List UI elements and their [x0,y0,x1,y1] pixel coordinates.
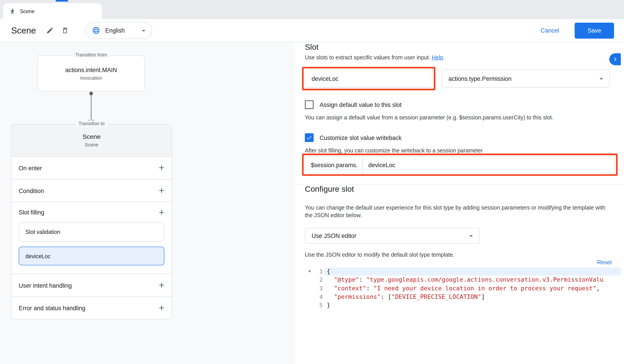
writeback-row: Customize slot value writeback [305,133,624,142]
fold-arrow-icon [306,276,313,284]
writeback-prefix: $session.params. [305,157,363,173]
list-item-label: deviceLoc [26,253,51,259]
add-intent-icon[interactable]: + [159,281,164,289]
assign-default-help: You can assign a default value from a se… [305,114,624,121]
code-line[interactable]: 3 "context": "I need your device locatio… [306,284,621,293]
fold-arrow-icon [306,301,313,310]
configure-slot-heading: Configure slot [305,184,624,194]
help-link[interactable]: Help [432,54,443,60]
editor-gutter: 5 [306,301,325,310]
slot-name-value: deviceLoc [312,75,338,82]
section-label: User intent handling [19,282,72,288]
fold-arrow-icon [306,284,313,293]
browser-tabstrip: Scene [0,0,624,19]
person-walk-icon [10,8,16,14]
line-number: 2 [313,276,325,284]
json-editor-lines: ▼1{2 "@type": "type.googleapis.com/googl… [306,267,621,310]
tab-scene[interactable]: Scene [3,3,102,19]
slot-deviceloc-item[interactable]: deviceLoc [19,247,164,265]
editor-gutter: 2 [306,276,325,284]
editor-gutter: 3 [306,284,325,293]
language-selector[interactable]: English [85,22,152,39]
code-text: } [325,301,621,310]
slot-type-select[interactable]: actions.type.Permission [442,70,609,87]
section-user-intent-handling[interactable]: User intent handling + [12,274,172,296]
trash-icon [61,26,69,34]
chevron-right-icon [612,56,619,63]
writeback-input[interactable]: $session.params. deviceLoc [305,156,615,173]
line-number: 4 [313,293,325,301]
slot-validation-item[interactable]: Slot validation [19,222,164,241]
line-number: 1 [313,267,325,276]
delete-scene-button[interactable] [57,23,73,38]
page-title: Scene [11,25,36,35]
annotation-box-slot-name: deviceLoc [302,67,435,90]
writeback-value: deviceLoc [363,157,395,173]
section-error-status-handling[interactable]: Error and status handling + [12,296,172,319]
slot-type-value: actions.type.Permission [449,75,512,82]
writeback-checkbox[interactable] [305,133,313,142]
transition-from-label: Transition from [72,52,110,58]
transition-from-subtitle: Invocation [80,75,102,80]
assign-default-label: Assign default value to this slot [320,101,401,108]
writeback-label: Customize slot value writeback [320,134,401,141]
chevron-down-icon [598,75,605,82]
add-condition-icon[interactable]: + [159,186,164,195]
section-label: Condition [19,187,44,194]
editor-mode-select[interactable]: Use JSON editor [305,228,480,243]
slot-filling-header[interactable]: Slot filling + [12,202,172,223]
slot-name-input[interactable]: deviceLoc [305,70,433,87]
slot-detail-panel: Slot Use slots to extract specific value… [295,43,624,364]
editor-hint: Use the JSON editor to modify the defaul… [305,252,624,258]
assign-default-row: Assign default value to this slot [305,100,624,109]
configure-description: You can change the default user experien… [305,204,607,219]
transition-to-card: Transition to Scene Scene On enter + Con… [11,124,172,319]
page-header: Scene English Cancel Save [0,19,624,42]
assign-default-checkbox[interactable] [305,100,313,109]
pencil-icon [46,26,54,34]
slot-heading: Slot [305,43,624,52]
line-number: 5 [313,301,325,310]
fold-arrow-icon [306,293,313,301]
editor-gutter: 4 [306,293,325,301]
code-line[interactable]: 5} [306,301,621,310]
add-error-icon[interactable]: + [159,304,164,312]
code-text: "@type": "type.googleapis.com/google.act… [325,276,621,284]
section-condition[interactable]: Condition + [12,179,172,202]
fold-arrow-icon[interactable]: ▼ [306,267,313,276]
section-label: Slot filling [19,209,44,216]
section-slot-filling: Slot filling + Slot validation deviceLoc [12,202,172,274]
tab-title: Scene [20,8,35,14]
list-item-label: Slot validation [26,229,60,235]
slot-name-row: deviceLoc actions.type.Permission [302,67,624,90]
cancel-button[interactable]: Cancel [538,26,562,34]
reset-link[interactable]: Reset [597,259,612,265]
add-on-enter-icon[interactable]: + [159,164,164,172]
chevron-down-icon [467,232,475,240]
editor-gutter: ▼1 [306,267,325,276]
save-button[interactable]: Save [575,23,614,38]
editor-mode-value: Use JSON editor [312,232,356,239]
globe-icon [92,26,101,35]
json-editor[interactable]: ▼1{2 "@type": "type.googleapis.com/googl… [306,267,621,336]
collapse-panel-button[interactable] [609,53,621,65]
scene-card-header[interactable]: Scene Scene [12,125,172,156]
section-on-enter[interactable]: On enter + [12,156,172,179]
add-slot-icon[interactable]: + [159,208,164,216]
code-text: { [325,267,621,276]
app-window: Scene Scene English [0,0,624,364]
edit-scene-button[interactable] [42,23,58,38]
code-line[interactable]: ▼1{ [306,267,621,276]
transition-to-label: Transition to [75,121,107,127]
section-label: Error and status handling [19,305,85,311]
code-line[interactable]: 2 "@type": "type.googleapis.com/google.a… [306,276,621,284]
scene-title: Scene [82,133,101,140]
transition-from-card[interactable]: Transition from actions.intent.MAIN Invo… [37,55,145,92]
line-number: 3 [313,284,325,293]
main-content: Transition from actions.intent.MAIN Invo… [0,43,624,364]
writeback-help: After slot filling, you can customize th… [305,147,624,154]
transition-from-intent: actions.intent.MAIN [65,66,117,73]
scene-subtitle: Scene [85,142,98,148]
slot-description: Use slots to extract specific values fro… [305,54,624,60]
code-line[interactable]: 4 "permissions": ["DEVICE_PRECISE_LOCATI… [306,293,621,301]
